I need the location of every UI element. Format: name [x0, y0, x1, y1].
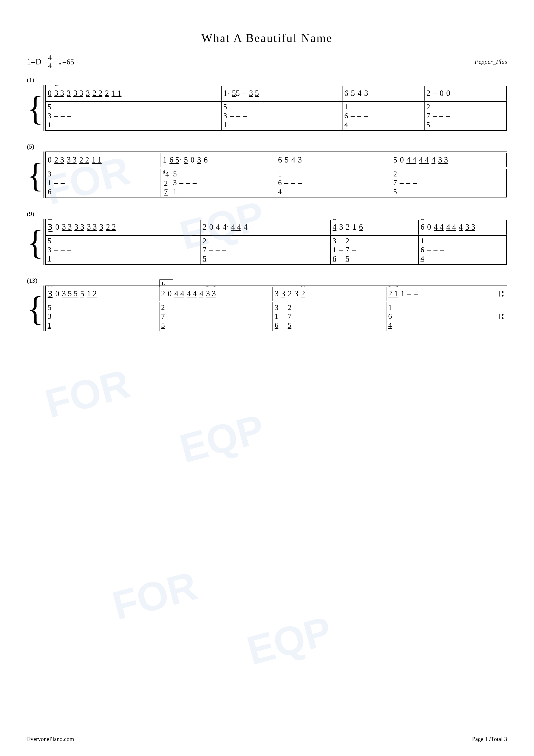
note: 2 — [161, 289, 165, 298]
note: 2 1 — [388, 289, 398, 298]
note: 3 — [364, 89, 368, 98]
note: 0 — [55, 223, 59, 232]
note: 1 — [163, 155, 167, 165]
measure-4-treble: 2 – 0 0 — [424, 86, 507, 100]
measure-14-treble: 1. 2 0 4 4 4 4 4 3 3 — [160, 287, 273, 301]
note: 6 5· — [169, 155, 181, 165]
bass-chord: 2 7 5 — [393, 170, 397, 196]
note: 5 — [285, 155, 289, 165]
bass-chord: 3 1 6 — [275, 303, 279, 330]
note: 5 — [393, 155, 397, 165]
measure-7-treble: 6 5 4 3 — [276, 153, 392, 167]
note: 4 4 — [231, 223, 241, 232]
bass-chord: 2 7 5 — [288, 303, 292, 330]
double-barline-3 — [43, 219, 46, 265]
note: 4 4 — [406, 155, 416, 165]
note: 1· — [223, 89, 229, 98]
note: 2 2 — [92, 89, 102, 98]
watermark-3: FOR — [40, 360, 135, 427]
note: 4 — [459, 223, 463, 232]
note: 4 4 — [174, 289, 184, 298]
note: 2 — [346, 223, 350, 232]
note: 3 — [86, 89, 90, 98]
section-label-3: (9) — [27, 210, 507, 218]
double-barline-4 — [43, 285, 46, 331]
note: 3 3 — [465, 223, 475, 232]
note: 5 — [80, 289, 84, 298]
note: 1 — [352, 223, 356, 232]
footer-left: EveryonePiano.com — [27, 736, 74, 742]
staff-system-1: { 0 3 3 3 — [27, 85, 507, 131]
bass-staff-3: 5 3 1 – – – 2 7 5 – — [46, 236, 507, 265]
note: 4 — [291, 155, 295, 165]
note: 2 — [301, 289, 305, 298]
measure-10-bass: 2 7 5 – – – — [201, 236, 331, 264]
measure-9-bass: 5 3 1 – – – — [46, 236, 201, 264]
note: 4· — [222, 223, 228, 232]
brace-4: { — [27, 285, 43, 331]
measure-12-treble: 6 0 4 4 4 4 4 3 3 — [419, 220, 507, 234]
note: 0 — [400, 155, 404, 165]
measure-3-bass: 1 6 4 – – – — [343, 102, 424, 130]
measure-15-bass: 3 1 6 – 2 7 5 – — [273, 302, 386, 331]
meta-row: 1=D 4 4 ♩=65 Pepper_Plus — [27, 54, 507, 69]
measure-2-bass: 5 3 1 – – – — [221, 102, 343, 130]
meta-left: 1=D 4 4 ♩=65 — [27, 54, 74, 69]
note: 0 — [209, 223, 213, 232]
section-4: (13) { 3̲ 0 3 5 5 5 1 2 1. — [27, 277, 507, 331]
bass-chord: 2 7 5 — [345, 237, 349, 263]
note: 3 — [339, 223, 343, 232]
note: 3 3 — [54, 89, 64, 98]
measure-1-bass: 5 3 1 – – – — [46, 102, 221, 130]
note: 2 2 — [79, 155, 89, 165]
note: – — [414, 289, 418, 298]
bass-chord: ♯4 2 7 — [163, 169, 169, 197]
note: 4 — [199, 289, 203, 298]
measure-8-treble: 5 0 4 4 4 4 4 3 3 — [391, 153, 507, 167]
note: 4 — [216, 223, 220, 232]
brace-3: { — [27, 219, 43, 265]
note: 6 — [204, 155, 208, 165]
note: 0 — [446, 89, 450, 98]
note: 1 1 — [92, 155, 102, 165]
bass-staff-2: 3 1 6 – – ♯4 2 7 — [46, 168, 507, 198]
repeat-barline-bass — [499, 314, 507, 319]
bass-chord: 5 3 1 — [48, 237, 51, 263]
measure-6-treble: 1 6 5· 5 0 3 6 — [161, 153, 276, 167]
note: 1 2 — [87, 289, 97, 298]
note: 4 4 — [446, 223, 456, 232]
measure-15-treble: 3 3 2 3 2 — [273, 287, 386, 301]
bass-chord: 1 6 4 — [278, 170, 282, 196]
note: 6 — [359, 223, 363, 232]
note: 2 — [426, 89, 430, 98]
watermark-5: FOR — [108, 562, 202, 629]
note: 3 3 — [87, 223, 97, 232]
bass-staff-4: 5 3 1 – – – 2 7 5 – — [46, 302, 507, 331]
note: 2 3 — [54, 155, 64, 165]
double-barline-1 — [43, 85, 46, 131]
brace-1: { — [27, 85, 43, 131]
note: 6 — [344, 89, 348, 98]
footer: EveryonePiano.com Page 1 /Total 3 — [27, 736, 507, 742]
note: 3 3 — [73, 89, 83, 98]
bass-chord: 5 3 1 — [223, 103, 227, 129]
note: 3 3 — [74, 223, 84, 232]
note: 3 — [67, 89, 71, 98]
brace-2: { — [27, 151, 43, 198]
note: 3̲ — [48, 223, 53, 232]
time-sig: 4 4 — [48, 54, 52, 69]
bass-chord: 1 6 4 — [344, 103, 348, 129]
section-label-4: (13) — [27, 277, 507, 284]
note: 5 — [351, 89, 355, 98]
note: 4 4 — [419, 155, 429, 165]
note: 2 — [105, 89, 109, 98]
note: 3 — [281, 289, 285, 298]
measure-7-bass: 1 6 4 – – – — [276, 169, 392, 197]
section-1: (1) { 0 3 3 — [27, 76, 507, 131]
bass-chord: 2 7 5 — [203, 237, 207, 263]
note: 4 — [243, 223, 248, 232]
section-2: (5) { 0 2 3 3 3 2 2 1 1 1 — [27, 143, 507, 198]
measure-3-treble: 6 5 4 3 — [343, 86, 424, 100]
bass-chord: 5 3 1 — [48, 103, 51, 129]
measure-16-treble: 2 1 1 – – — [386, 287, 499, 301]
